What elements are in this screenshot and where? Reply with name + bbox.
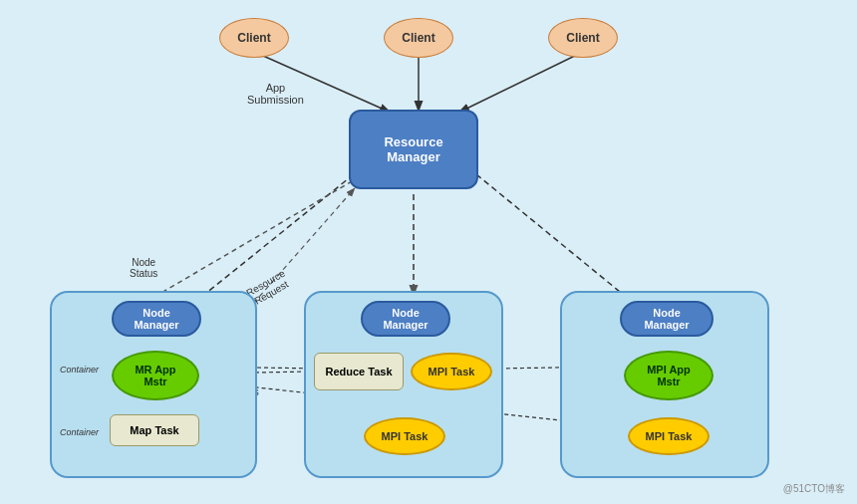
middle-mpi-task-2: MPI Task: [364, 417, 445, 455]
reduce-task: Reduce Task: [314, 353, 404, 390]
right-mpi-task: MPI Task: [628, 417, 710, 455]
map-task: Map Task: [110, 414, 199, 446]
client-node-1: Client: [219, 18, 289, 58]
left-node-container: NodeManager Container MR AppMstr Contain…: [50, 291, 257, 478]
resource-manager: ResourceManager: [349, 110, 478, 189]
mpi-app-mstr: MPI AppMstr: [624, 351, 714, 400]
right-node-container: NodeManager MPI AppMstr MPI Task: [560, 291, 769, 478]
left-container-label-2: Container: [60, 427, 99, 437]
left-container-label-1: Container: [60, 365, 99, 375]
middle-mpi-task-1: MPI Task: [411, 353, 492, 390]
svg-line-2: [460, 52, 583, 112]
right-node-manager: NodeManager: [620, 301, 714, 337]
middle-node-container: NodeManager Reduce Task MPI Task MPI Tas…: [304, 291, 503, 478]
mr-app-mstr: MR AppMstr: [112, 351, 199, 400]
left-node-manager: NodeManager: [112, 301, 201, 337]
client-node-3: Client: [548, 18, 618, 58]
client-node-2: Client: [384, 18, 453, 58]
node-status-label: NodeStatus: [130, 257, 157, 279]
app-submission-label: AppSubmission: [247, 82, 304, 106]
diagram-container: Client Client Client AppSubmission Resou…: [0, 0, 857, 504]
svg-line-6: [154, 177, 359, 297]
watermark: @51CTO博客: [783, 482, 845, 496]
middle-node-manager: NodeManager: [361, 301, 450, 337]
